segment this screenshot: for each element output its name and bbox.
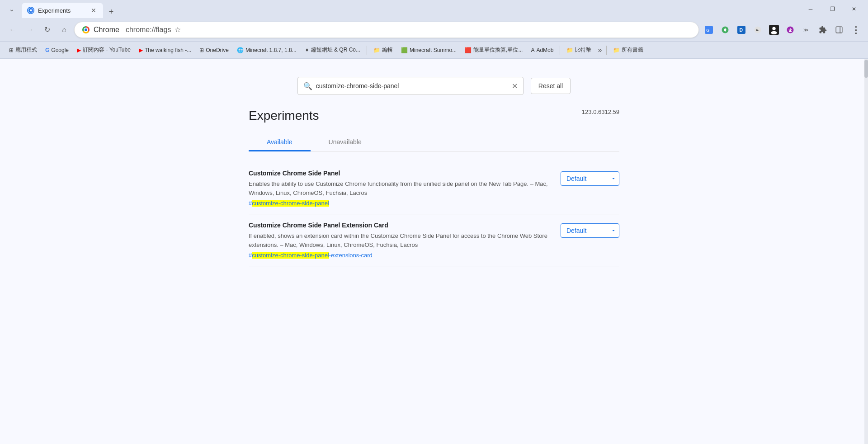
flag-desc-2: If enabled, shows an extension card with…	[249, 231, 552, 249]
bookmark-star-icon[interactable]: ☆	[175, 25, 181, 34]
bookmark-qr[interactable]: ✦ 縮短網址 & QR Co...	[301, 44, 364, 56]
flag-item-2: Customize Chrome Side Panel Extension Ca…	[249, 214, 619, 266]
bookmark-onedrive-label: OneDrive	[206, 47, 229, 53]
bookmarks-bar: ⊞ 應用程式 G Google ▶ 訂閱內容 - YouTube ▶ The w…	[0, 42, 868, 59]
avatar-icon[interactable]	[767, 23, 781, 37]
bookmark-admob[interactable]: A AdMob	[527, 44, 557, 56]
flag-title-1: Customize Chrome Side Panel	[249, 170, 552, 177]
scrollbar-track[interactable]	[864, 59, 868, 444]
svg-text:D: D	[740, 27, 743, 32]
edit-folder-icon: 📁	[373, 47, 380, 53]
clear-search-button[interactable]: ✕	[512, 82, 518, 90]
close-button[interactable]: ✕	[844, 2, 864, 16]
flag-link-2-highlight: customize-chrome-side-panel	[252, 252, 329, 259]
tab-available[interactable]: Available	[249, 134, 311, 151]
flag-link-1-highlight: customize-chrome-side-panel	[252, 200, 329, 207]
tab-favicon	[27, 7, 34, 14]
flag-desc-1: Enables the ability to use Customize Chr…	[249, 179, 552, 197]
bookmark-reading-list-label: 所有書籤	[622, 46, 643, 54]
bookmark-separator-2	[560, 46, 560, 55]
minecraft-icon: 🌐	[237, 47, 244, 53]
sidebar-button[interactable]	[832, 23, 846, 37]
youtube-icon: ▶	[77, 47, 81, 53]
bookmark-bitcoin[interactable]: 📁 比特幣	[563, 44, 595, 56]
search-icon: 🔍	[303, 82, 312, 90]
flag-select-2[interactable]: Default Enabled Disabled	[561, 223, 619, 238]
reading-list-icon: 📁	[613, 47, 620, 53]
qr-icon: ✦	[305, 47, 309, 53]
bookmark-youtube-label: 訂閱內容 - YouTube	[83, 46, 131, 54]
site-icon	[82, 26, 90, 34]
bitcoin-folder-icon: 📁	[566, 47, 573, 53]
page-title: Experiments	[249, 109, 319, 123]
reset-all-button[interactable]: Reset all	[531, 78, 571, 94]
bookmark-apps-label: 應用程式	[15, 46, 37, 54]
search-text: customize-chrome-side-panel	[316, 82, 508, 90]
bookmark-minecraft2-label: Minecraft Summo...	[410, 47, 457, 53]
addressbar: ← → ↻ ⌂ Chrome chrome://flags ☆ G D	[0, 18, 868, 42]
flag-link-1[interactable]: #customize-chrome-side-panel	[249, 200, 552, 207]
forward-button[interactable]: →	[23, 23, 37, 37]
svg-text:≫: ≫	[803, 27, 809, 32]
refresh-button[interactable]: ↻	[40, 23, 54, 37]
scrollbar-thumb[interactable]	[864, 60, 868, 78]
bookmark-admob-label: AdMob	[536, 47, 553, 53]
extension-d-icon[interactable]: D	[734, 23, 749, 37]
download-icon[interactable]	[783, 23, 797, 37]
bookmark-apps[interactable]: ⊞ 應用程式	[5, 44, 41, 56]
bookmark-minecraft2[interactable]: 🟩 Minecraft Summo...	[397, 44, 460, 56]
flag-control-2: Default Enabled Disabled	[561, 223, 619, 238]
bookmark-separator-3	[606, 46, 607, 55]
back-button[interactable]: ←	[5, 23, 20, 37]
titlebar: ⌄ Experiments ✕ + ─ ❐ ✕	[0, 0, 868, 18]
flag-item-1: Customize Chrome Side Panel Enables the …	[249, 162, 619, 214]
bookmark-google-label: Google	[51, 47, 69, 53]
page-header: Experiments 123.0.6312.59	[249, 109, 619, 123]
bookmark-edit[interactable]: 📁 編輯	[370, 44, 396, 56]
url-bar[interactable]: Chrome chrome://flags ☆	[74, 22, 699, 38]
bookmark-walkingfish[interactable]: ▶ The walking fish -...	[135, 44, 195, 56]
tab-nav-prev[interactable]: ⌄	[5, 3, 18, 15]
media-icon[interactable]: ≫	[799, 23, 814, 37]
bookmark-google[interactable]: G Google	[42, 44, 72, 56]
new-tab-button[interactable]: +	[105, 5, 118, 18]
translate-icon[interactable]: G	[702, 23, 716, 37]
flag-info-2: Customize Chrome Side Panel Extension Ca…	[249, 222, 552, 259]
edit-icon[interactable]	[750, 23, 765, 37]
flag-link-2[interactable]: #customize-chrome-side-panel-extensions-…	[249, 252, 552, 259]
bookmark-energy-label: 能量單位換算,單位...	[473, 46, 523, 54]
tab-unavailable[interactable]: Unavailable	[311, 134, 380, 151]
bookmark-onedrive[interactable]: ⊞ OneDrive	[196, 44, 232, 56]
bookmarks-more-button[interactable]: »	[596, 46, 604, 54]
more-button[interactable]: ⋮	[848, 23, 863, 37]
active-tab[interactable]: Experiments ✕	[22, 3, 103, 18]
flag-info-1: Customize Chrome Side Panel Enables the …	[249, 170, 552, 207]
search-box[interactable]: 🔍 customize-chrome-side-panel ✕	[297, 77, 524, 95]
bookmark-minecraft-label: Minecraft 1.8.7, 1.8...	[245, 47, 297, 53]
flag-select-1[interactable]: Default Enabled Disabled	[561, 171, 619, 186]
svg-point-11	[771, 31, 777, 34]
bookmark-edit-label: 編輯	[382, 46, 393, 54]
apps-icon: ⊞	[9, 47, 14, 53]
tab-bar: Experiments ✕ +	[22, 0, 798, 18]
energy-icon: 🟥	[465, 47, 472, 53]
svg-point-10	[772, 27, 775, 30]
bookmark-energy[interactable]: 🟥 能量單位換算,單位...	[461, 44, 526, 56]
window-controls: ─ ❐ ✕	[800, 2, 864, 16]
flag-control-1: Default Enabled Disabled	[561, 171, 619, 186]
bookmark-qr-label: 縮短網址 & QR Co...	[311, 46, 360, 54]
version-text: 123.0.6312.59	[582, 109, 619, 115]
bookmark-reading-list[interactable]: 📁 所有書籤	[609, 44, 647, 56]
svg-text:G: G	[706, 27, 710, 32]
vpn-icon[interactable]	[718, 23, 732, 37]
extensions-button[interactable]	[816, 23, 830, 37]
maximize-button[interactable]: ❐	[822, 2, 843, 16]
flag-title-2: Customize Chrome Side Panel Extension Ca…	[249, 222, 552, 229]
walkingfish-icon: ▶	[139, 47, 143, 53]
home-button[interactable]: ⌂	[57, 23, 71, 37]
bookmark-youtube[interactable]: ▶ 訂閱內容 - YouTube	[73, 44, 134, 56]
minimize-button[interactable]: ─	[800, 2, 821, 16]
bookmark-minecraft[interactable]: 🌐 Minecraft 1.8.7, 1.8...	[233, 44, 300, 56]
toolbar-icons: G D	[702, 23, 863, 37]
tab-close-button[interactable]: ✕	[90, 6, 98, 14]
